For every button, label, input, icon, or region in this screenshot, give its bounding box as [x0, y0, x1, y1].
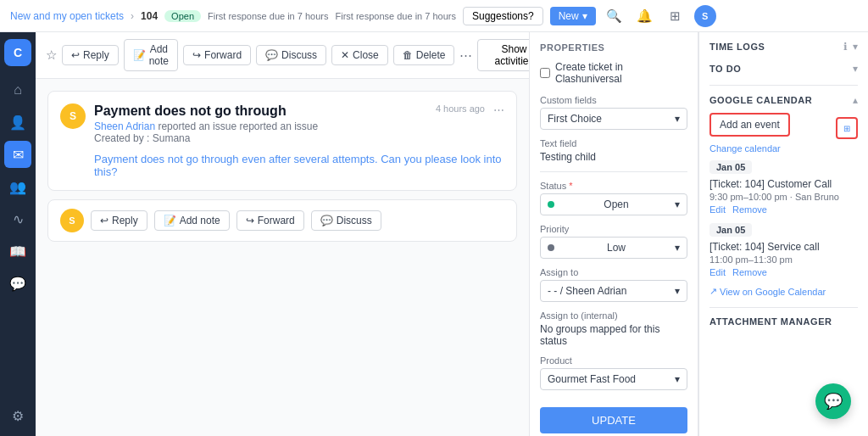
first-choice-select[interactable]: First Choice ▾	[540, 108, 687, 130]
reply-bar-discuss-button[interactable]: 💬 Discuss	[311, 210, 381, 231]
event1-date: Jan 05	[709, 160, 752, 174]
star-button[interactable]: ☆	[46, 43, 57, 67]
product-label: Product	[540, 355, 687, 366]
suggestions-button[interactable]: Suggestions?	[463, 7, 543, 25]
grid-button[interactable]: ⊞	[664, 4, 687, 28]
reply-button[interactable]: ↩ Reply	[62, 45, 119, 65]
attachment-title: ATTACHMENT MANAGER	[709, 316, 832, 327]
add-note-label: Add note	[149, 43, 169, 67]
reply-label: Reply	[83, 49, 109, 61]
custom-fields-label: Custom fields	[540, 95, 687, 105]
reply-bar-note-button[interactable]: 📝 Add note	[154, 210, 230, 231]
ticket-content: S Payment does not go through Sheen Adri…	[36, 79, 529, 436]
reply-icon: ↩	[71, 49, 80, 61]
time-logs-header[interactable]: TIME LOGS ℹ ▾	[709, 41, 858, 53]
status-req-mark: *	[569, 181, 572, 191]
sidebar-users-icon[interactable]: 👥	[4, 173, 31, 200]
event2-title: [Ticket: 104] Service call	[709, 241, 858, 253]
right-panel: TIME LOGS ℹ ▾ TO DO ▾ GOOGLE CALENDAR ▴ …	[698, 32, 868, 436]
app-logo[interactable]: C	[4, 39, 31, 66]
divider-right-2	[709, 307, 858, 308]
event1-edit-link[interactable]: Edit	[709, 204, 726, 215]
assign-to-value: - - / Sheen Adrian	[548, 285, 626, 297]
action-bar-right: Show activities ‹ ⋯ › ⊞	[477, 39, 529, 71]
external-icon: ↗	[709, 286, 717, 297]
view-gcal-link[interactable]: ↗ View on Google Calendar	[709, 286, 858, 297]
forward-label: Forward	[204, 49, 242, 61]
breadcrumb-sep: ›	[131, 10, 134, 22]
assign-to-select[interactable]: - - / Sheen Adrian ▾	[540, 280, 687, 302]
add-note-button[interactable]: 📝 Add note	[124, 39, 178, 71]
status-value: Open	[604, 198, 628, 210]
priority-select[interactable]: Low ▾	[540, 237, 687, 259]
attachment-header[interactable]: ATTACHMENT MANAGER	[709, 316, 858, 327]
priority-dot	[548, 242, 558, 254]
sidebar-ticket-icon[interactable]: ✉	[4, 141, 31, 168]
todo-toggle-icon[interactable]: ▾	[853, 63, 858, 75]
breadcrumb-link[interactable]: New and my open tickets	[10, 10, 124, 22]
reply-avatar: S	[60, 209, 84, 232]
ticket-action-text: reported an issue	[239, 120, 318, 132]
open-badge: Open	[164, 10, 201, 22]
sidebar-contact-icon[interactable]: 👤	[4, 109, 31, 136]
sidebar-chat-icon[interactable]: 💬	[4, 270, 31, 297]
event1-remove-link[interactable]: Remove	[732, 204, 767, 215]
event2-remove-link[interactable]: Remove	[732, 267, 767, 277]
ticket-card: S Payment does not go through Sheen Adri…	[47, 91, 517, 191]
product-select[interactable]: Gourmet Fast Food ▾	[540, 368, 687, 390]
ticket-meta: Sheen Adrian reported an issue reported …	[94, 120, 427, 132]
create-ticket-checkbox[interactable]	[540, 68, 550, 78]
calendar-grid-icon[interactable]: ⊞	[836, 117, 858, 139]
status-label: Status *	[540, 181, 687, 191]
delete-button[interactable]: 🗑 Delete	[393, 45, 455, 65]
forward-button[interactable]: ↪ Forward	[183, 45, 251, 65]
bell-button[interactable]: 🔔	[633, 4, 657, 28]
product-chevron-icon: ▾	[675, 373, 680, 385]
assign-internal-label: Assign to (internal)	[540, 310, 687, 321]
delete-icon: 🗑	[403, 49, 413, 61]
google-calendar-section: GOOGLE CALENDAR ▴ Add an event ⊞ Change …	[709, 94, 858, 297]
product-value: Gourmet Fast Food	[548, 373, 636, 385]
time-logs-section: TIME LOGS ℹ ▾	[709, 41, 858, 53]
note-icon: 📝	[133, 49, 146, 61]
change-calendar-link[interactable]: Change calendar	[709, 143, 858, 154]
user-avatar[interactable]: S	[694, 5, 716, 27]
time-logs-info-icon[interactable]: ℹ	[843, 41, 848, 53]
update-button[interactable]: UPDATE	[540, 407, 687, 433]
event2-edit-link[interactable]: Edit	[709, 267, 726, 277]
discuss-label: Discuss	[281, 49, 317, 61]
discuss-button[interactable]: 💬 Discuss	[256, 45, 326, 65]
delete-label: Delete	[416, 49, 446, 61]
create-ticket-row: Create ticket in Clashuniversal	[540, 61, 687, 85]
reply-bar-forward-icon: ↪	[246, 215, 254, 226]
todo-header[interactable]: TO DO ▾	[709, 63, 858, 75]
gcal-header[interactable]: GOOGLE CALENDAR ▴	[709, 94, 858, 106]
sidebar-kb-icon[interactable]: 📖	[4, 238, 31, 265]
ticket-avatar: S	[60, 103, 86, 129]
reply-bar-forward-button[interactable]: ↪ Forward	[236, 210, 304, 231]
status-dot	[548, 198, 558, 210]
status-select[interactable]: Open ▾	[540, 193, 687, 215]
reply-bar-discuss-icon: 💬	[320, 215, 333, 226]
forward-icon: ↪	[192, 49, 201, 61]
priority-label: Priority	[540, 224, 687, 234]
chat-fab-button[interactable]: 💬	[815, 383, 851, 419]
show-activities-button[interactable]: Show activities	[477, 39, 529, 71]
todo-section: TO DO ▾	[709, 63, 858, 75]
new-button[interactable]: New ▾	[550, 7, 596, 25]
event1-actions: Edit Remove	[709, 204, 858, 215]
sidebar-home-icon[interactable]: ⌂	[4, 76, 31, 103]
reply-bar-reply-button[interactable]: ↩ Reply	[91, 210, 147, 231]
gcal-add-row: Add an event ⊞	[709, 113, 858, 143]
ticket-action: reported an issue	[158, 120, 236, 132]
due-text: First response due in 7 hours	[208, 11, 328, 21]
time-logs-toggle-icon[interactable]: ▾	[853, 41, 858, 53]
close-button[interactable]: ✕ Close	[331, 45, 388, 65]
search-button[interactable]: 🔍	[603, 4, 626, 28]
gcal-toggle-icon[interactable]: ▴	[853, 94, 858, 106]
add-event-button[interactable]: Add an event	[709, 113, 790, 137]
more-button[interactable]: ⋯	[459, 43, 472, 67]
ticket-more-button[interactable]: ⋯	[493, 103, 504, 116]
sidebar-settings-icon[interactable]: ⚙	[4, 402, 31, 429]
sidebar-reports-icon[interactable]: ∿	[4, 205, 31, 232]
